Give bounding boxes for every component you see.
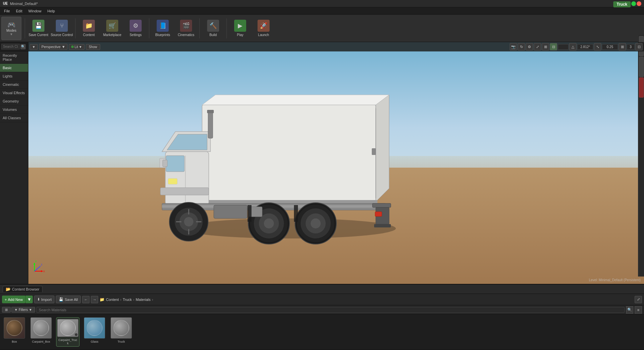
ue-logo: UE (3, 1, 8, 6)
svg-marker-50 (33, 263, 35, 265)
svg-rect-43 (207, 110, 214, 113)
svg-rect-13 (160, 188, 209, 195)
cb-expand-btn[interactable]: ⤢ (635, 296, 642, 303)
asset-item-carpaint-box[interactable]: Carpaint_Box (29, 317, 53, 347)
filter-options-button[interactable]: ≡ (635, 306, 642, 314)
menu-window[interactable]: Window (26, 8, 44, 14)
launch-label: Launch (258, 33, 269, 37)
play-label: Play (237, 33, 243, 37)
content-browser-toolbar: + Add New ▼ ⬇ Import 💾 Save All ← → 📁 Co… (0, 294, 644, 305)
search-class-input[interactable] (1, 44, 20, 49)
lit-dropdown[interactable]: Lit ▼ (69, 44, 84, 50)
menu-help[interactable]: Help (45, 8, 58, 14)
blueprints-button[interactable]: 📘 Blueprints (151, 17, 174, 40)
last-tool-btn[interactable]: ⊡ (635, 43, 643, 50)
sidebar-item-lights[interactable]: Lights (0, 72, 28, 80)
grid-tool-btn[interactable]: ⊟ (550, 43, 557, 50)
perspective-chevron-icon: ▼ (61, 45, 65, 49)
cinematics-label: Cinematics (178, 33, 194, 37)
place-panel: Recently Place Basic Lights Cinematic Vi… (0, 51, 28, 284)
content-button[interactable]: 📁 Content (77, 17, 100, 40)
sidebar-item-all-classes[interactable]: All Classes (0, 114, 28, 122)
grid-size-input[interactable]: 10 (558, 44, 569, 50)
build-icon: 🔨 (207, 20, 219, 32)
asset-item-box[interactable]: Box (3, 317, 26, 347)
camera-tool-btn[interactable]: 📷 (510, 43, 517, 50)
menu-file[interactable]: File (1, 8, 13, 14)
launch-icon: 🚀 (258, 20, 270, 32)
nav-back-button[interactable]: ← (82, 296, 90, 303)
sources-toggle-button[interactable]: ⊞ (2, 307, 11, 313)
axis-indicator: X Y Z (31, 258, 48, 275)
sidebar-item-geometry[interactable]: Geometry (0, 97, 28, 106)
path-segment-materials[interactable]: Materials (136, 298, 151, 302)
asset-item-glass[interactable]: Glass (83, 317, 106, 347)
settings-label: Settings (130, 33, 142, 37)
content-browser-tab[interactable]: 📂 Content Browser (3, 286, 42, 292)
title-bar: UE Minimal_Default* (0, 0, 644, 7)
maximize-button[interactable] (631, 1, 636, 6)
asset-thumb-box (4, 317, 25, 339)
content-browser-tab-label: Content Browser (12, 287, 39, 291)
search-materials-button[interactable]: 🔍 (626, 306, 633, 314)
asset-label-carpaint-truck: Carpaint_Truck (58, 338, 78, 345)
svg-point-33 (311, 218, 321, 228)
save-all-button[interactable]: 💾 Save All (56, 296, 81, 303)
sidebar-item-visual-effects[interactable]: Visual Effects (0, 89, 28, 97)
viewport-type-dropdown[interactable]: ▼ (30, 44, 38, 50)
play-button[interactable]: ▶ Play (229, 17, 252, 40)
sidebar-item-cinematic[interactable]: Cinematic (0, 80, 28, 89)
content-browser: 📂 Content Browser + Add New ▼ ⬇ Import 💾… (0, 284, 644, 350)
rotate-tool-btn[interactable]: ↻ (518, 43, 525, 50)
grid-toggle-btn[interactable]: ⊞ (542, 43, 549, 50)
plus-icon: + (5, 298, 7, 302)
content-label: Content (83, 33, 95, 37)
maximize-viewport-btn[interactable]: ⤢ (534, 43, 541, 50)
filters-button[interactable]: ▼ Filters ▼ (11, 307, 35, 313)
show-button[interactable]: Show (86, 44, 100, 50)
save-current-icon: 💾 (32, 20, 44, 32)
path-segment-truck[interactable]: Truck (123, 298, 132, 302)
sidebar-item-basic[interactable]: Basic (0, 64, 28, 72)
close-button[interactable] (637, 1, 641, 6)
import-label: Import (41, 298, 51, 302)
save-current-label: Save Current (29, 33, 48, 37)
svg-rect-15 (163, 160, 167, 167)
search-class-execute[interactable]: 🔍 (20, 44, 26, 49)
import-button[interactable]: ⬇ Import (34, 296, 54, 303)
source-control-label: Source Control (51, 33, 73, 37)
lit-dot-icon (71, 45, 74, 48)
build-button[interactable]: 🔨 Build (202, 17, 224, 40)
asset-item-truck[interactable]: Truck (110, 317, 133, 347)
svg-rect-36 (214, 205, 247, 218)
content-icon: 📁 (83, 20, 95, 32)
red-panel-btn[interactable] (639, 77, 644, 98)
nav-forward-button[interactable]: → (91, 296, 98, 303)
cinematics-button[interactable]: 🎬 Cinematics (175, 17, 197, 40)
viewport-settings-btn[interactable]: ⚙ (526, 43, 533, 50)
add-new-dropdown-button[interactable]: ▼ (25, 296, 33, 303)
perspective-dropdown[interactable]: Perspective ▼ (39, 44, 67, 50)
scale-value: 0.25 (602, 44, 618, 50)
modes-button[interactable]: 🎮 Modes ▼ (1, 17, 21, 40)
viewport[interactable]: ▼ Perspective ▼ Lit ▼ Show 📷 ↻ ⚙ ⤢ (28, 42, 644, 284)
sources-icon: ⊞ (5, 308, 8, 312)
asset-item-carpaint-truck[interactable]: Carpaint_Truck (56, 317, 79, 347)
details-btn[interactable] (639, 57, 644, 77)
toolbar-separator-3 (149, 18, 149, 38)
asset-thumb-truck (111, 317, 132, 339)
marketplace-button[interactable]: 🛒 Marketplace (101, 17, 124, 40)
path-segment-content[interactable]: Content (106, 298, 119, 302)
add-new-button[interactable]: + Add New (2, 296, 25, 303)
launch-button[interactable]: 🚀 Launch (252, 17, 275, 40)
path-separator-1: › (120, 298, 122, 302)
search-materials-input[interactable] (36, 307, 625, 313)
save-current-button[interactable]: 💾 Save Current (27, 17, 50, 40)
settings-button[interactable]: ⚙ Settings (124, 17, 147, 40)
menu-edit[interactable]: Edit (13, 8, 25, 14)
search-class-bar: 🔍 (0, 42, 28, 51)
svg-point-29 (264, 218, 274, 228)
sidebar-item-recently-place[interactable]: Recently Place (0, 51, 28, 64)
source-control-button[interactable]: ⑂ Source Control (50, 17, 73, 40)
sidebar-item-volumes[interactable]: Volumes (0, 106, 28, 114)
